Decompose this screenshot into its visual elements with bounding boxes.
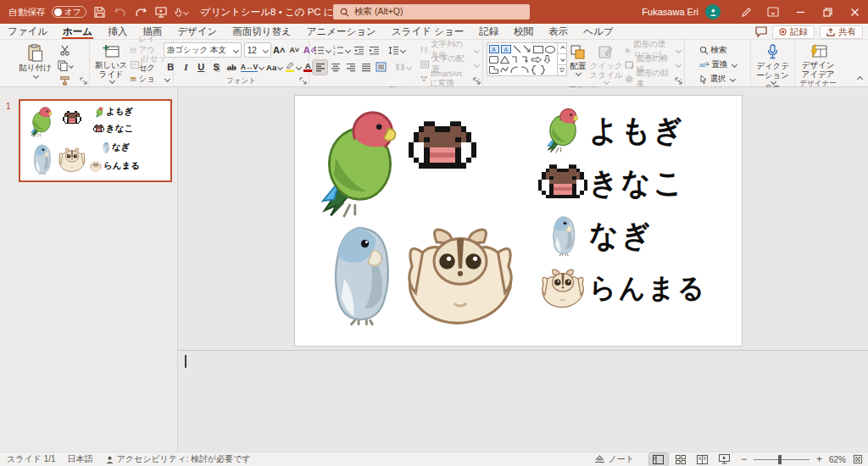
bold-button[interactable]: B <box>164 60 178 75</box>
record-button[interactable]: 記録 <box>772 25 815 39</box>
gallery-scroll-up-icon[interactable] <box>558 43 566 53</box>
name-row-yomogi[interactable]: よもぎ <box>537 104 738 157</box>
tab-insert[interactable]: 挿入 <box>100 24 135 39</box>
clipboard-dialog-launcher[interactable] <box>80 77 87 85</box>
zoom-out-button[interactable]: − <box>741 453 747 465</box>
comments-button[interactable] <box>755 26 767 37</box>
touch-mouse-mode-button[interactable] <box>174 5 188 19</box>
italic-button[interactable]: I <box>179 60 193 75</box>
tab-file[interactable]: ファイル <box>0 24 55 39</box>
tab-slideshow[interactable]: スライド ショー <box>384 24 471 39</box>
font-dialog-launcher[interactable] <box>299 77 307 85</box>
shapes-gallery-scrollbar[interactable] <box>557 43 566 75</box>
close-button[interactable] <box>841 0 868 24</box>
format-painter-button[interactable] <box>57 74 74 88</box>
text-shadow-button[interactable]: S <box>209 60 224 75</box>
undo-button[interactable] <box>113 5 127 19</box>
sugar-glider-image[interactable] <box>402 223 519 328</box>
numbering-button[interactable]: 12 <box>332 43 351 58</box>
tab-record[interactable]: 記録 <box>471 24 506 39</box>
zoom-slider[interactable] <box>754 459 810 460</box>
font-family-combo[interactable]: 游ゴシック 本文 <box>164 42 242 58</box>
highlight-color-button[interactable] <box>284 60 302 75</box>
collapse-ribbon-button[interactable] <box>854 74 864 84</box>
dictate-button[interactable]: ディクテーション <box>754 42 793 84</box>
cut-button[interactable] <box>57 43 74 58</box>
notes-toggle-button[interactable]: ノート <box>594 453 633 465</box>
design-ideas-button[interactable]: デザインアイデア <box>798 42 838 79</box>
tab-design[interactable]: デザイン <box>170 24 225 39</box>
decrease-indent-button[interactable] <box>352 43 366 58</box>
arrange-button[interactable]: 配置 <box>569 42 587 75</box>
tab-home[interactable]: ホーム <box>55 24 100 39</box>
align-left-button[interactable] <box>313 60 327 75</box>
parrotlet-image[interactable] <box>324 223 395 326</box>
zoom-slider-thumb[interactable] <box>778 455 782 464</box>
font-size-combo[interactable]: 12 <box>244 42 271 58</box>
tab-view[interactable]: 表示 <box>541 24 576 39</box>
replace-button[interactable]: ab置換 <box>699 58 737 71</box>
gallery-scroll-down-icon[interactable] <box>558 53 566 65</box>
distribute-text-button[interactable] <box>374 60 388 75</box>
reading-view-button[interactable] <box>693 453 712 466</box>
normal-view-button[interactable] <box>649 453 668 466</box>
slide-editor-area[interactable]: よもぎ きなこ なぎ らんまる <box>178 87 868 350</box>
underline-button[interactable]: U <box>194 60 209 75</box>
convert-smartart-button[interactable]: SmartArt に変換 <box>420 72 479 86</box>
change-case-button[interactable]: Aa <box>265 60 283 75</box>
name-row-nagi[interactable]: なぎ <box>537 209 738 262</box>
user-avatar[interactable] <box>705 4 721 19</box>
drawing-dialog-launcher[interactable] <box>675 77 682 85</box>
zoom-level[interactable]: 62% <box>829 455 846 464</box>
name-row-ranmaru[interactable]: らんまる <box>537 262 738 314</box>
decrease-font-button[interactable]: A˅ <box>287 43 302 58</box>
justify-button[interactable] <box>359 60 373 75</box>
ribbon-display-options-button[interactable] <box>760 0 787 24</box>
slide-thumbnail-panel[interactable]: 1 よもぎ きなこ なぎ らんまる <box>0 87 178 452</box>
gallery-more-icon[interactable] <box>558 65 566 75</box>
notes-pane[interactable] <box>178 350 868 452</box>
restore-button[interactable] <box>814 0 841 24</box>
tab-review[interactable]: 校閲 <box>506 24 541 39</box>
align-center-button[interactable] <box>328 60 342 75</box>
pixel-face-image[interactable] <box>409 121 476 174</box>
new-slide-button[interactable]: 新しいスライド <box>93 42 129 83</box>
select-button[interactable]: 選択 <box>699 72 737 86</box>
tab-animations[interactable]: アニメーション <box>299 24 384 39</box>
quick-styles-button[interactable]: クイックスタイル <box>589 42 623 84</box>
strikethrough-button[interactable]: ab <box>225 60 239 75</box>
increase-indent-button[interactable] <box>367 43 381 58</box>
slideshow-view-button[interactable] <box>715 453 734 466</box>
slide-counter[interactable]: スライド 1/1 <box>7 453 56 465</box>
fit-slide-to-window-button[interactable] <box>853 454 863 464</box>
user-name[interactable]: Fukasawa Eri <box>642 7 698 17</box>
lovebird-image[interactable] <box>319 108 401 220</box>
line-spacing-button[interactable] <box>387 43 406 58</box>
paste-button[interactable]: 貼り付け <box>16 42 55 78</box>
shape-effects-button[interactable]: 図形の効果 <box>625 72 681 86</box>
language-indicator[interactable]: 日本語 <box>68 453 93 465</box>
accessibility-checker[interactable]: アクセシビリティ: 検討が必要です <box>105 453 251 465</box>
redo-button[interactable] <box>133 5 147 19</box>
copy-button[interactable] <box>57 58 74 73</box>
tab-transitions[interactable]: 画面切り替え <box>225 24 299 39</box>
tab-help[interactable]: ヘルプ <box>576 24 620 39</box>
share-button[interactable]: 共有 <box>820 25 863 39</box>
increase-font-button[interactable]: A˄ <box>272 43 287 58</box>
save-button[interactable] <box>92 5 107 19</box>
slide-thumbnail-1[interactable]: よもぎ きなこ なぎ らんまる <box>19 99 172 182</box>
autosave-toggle[interactable]: オフ <box>52 6 86 18</box>
shapes-gallery[interactable]: A A <box>487 42 567 76</box>
find-button[interactable]: 検索 <box>699 43 737 57</box>
bullets-button[interactable] <box>313 43 331 58</box>
slide-canvas[interactable]: よもぎ きなこ なぎ らんまる <box>295 96 742 346</box>
paragraph-dialog-launcher[interactable] <box>473 77 481 85</box>
align-right-button[interactable] <box>343 60 358 75</box>
start-slideshow-button[interactable] <box>153 5 168 19</box>
ink-pen-button[interactable] <box>732 0 760 24</box>
slide-sorter-view-button[interactable] <box>671 453 690 466</box>
minimize-button[interactable] <box>787 0 814 24</box>
search-box[interactable]: 検索 (Alt+Q) <box>333 4 530 19</box>
character-spacing-button[interactable]: A↔V <box>240 60 264 75</box>
zoom-in-button[interactable]: + <box>816 453 822 465</box>
